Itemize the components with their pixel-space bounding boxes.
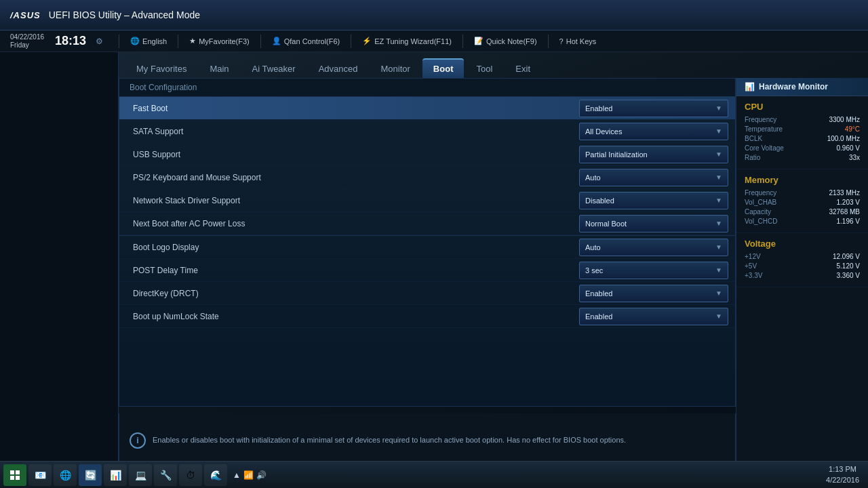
toolbar-ezwizard[interactable]: ⚡ EZ Tuning Wizard(F11) bbox=[357, 35, 457, 47]
ezwizard-label: EZ Tuning Wizard(F11) bbox=[374, 37, 452, 45]
dropdown-network[interactable]: Disabled ▼ bbox=[579, 192, 728, 209]
dropdown-directkey[interactable]: Enabled ▼ bbox=[579, 285, 728, 302]
tab-ai-tweaker[interactable]: Ai Tweaker bbox=[241, 60, 307, 78]
language-icon: 🌐 bbox=[130, 37, 140, 45]
taskbar-app-calc[interactable]: 📊 bbox=[104, 464, 127, 486]
settings-icon: ⚙ bbox=[96, 37, 103, 46]
qfan-icon: 👤 bbox=[272, 37, 281, 45]
setting-value-logo[interactable]: Auto ▼ bbox=[579, 239, 728, 256]
dropdown-usb[interactable]: Partial Initialization ▼ bbox=[579, 146, 728, 163]
tab-main[interactable]: Main bbox=[199, 60, 239, 78]
setting-value-sata[interactable]: All Devices ▼ bbox=[579, 123, 728, 140]
tab-exit[interactable]: Exit bbox=[505, 60, 541, 78]
start-button[interactable] bbox=[3, 464, 26, 486]
setting-name-directkey: DirectKey (DRCT) bbox=[119, 289, 579, 298]
dropdown-logo[interactable]: Auto ▼ bbox=[579, 239, 728, 256]
setting-value-fast-boot[interactable]: Enabled ▼ bbox=[579, 100, 728, 117]
chevron-down-icon: ▼ bbox=[715, 312, 722, 320]
setting-row-logo[interactable]: Boot Logo Display Auto ▼ bbox=[119, 236, 735, 259]
hotkeys-icon: ? bbox=[559, 37, 564, 45]
toolbar-divider-4 bbox=[351, 35, 351, 48]
setting-name-network: Network Stack Driver Support bbox=[119, 196, 579, 205]
taskbar-app-browser[interactable]: 🌐 bbox=[54, 464, 77, 486]
content-area: Boot Configuration Fast Boot Enabled ▼ S… bbox=[119, 78, 736, 407]
quicknote-icon: 📝 bbox=[474, 37, 484, 45]
toolbar-myfavorite[interactable]: ★ MyFavorite(F3) bbox=[184, 35, 255, 47]
tab-advanced[interactable]: Advanced bbox=[308, 60, 369, 78]
tab-favorites[interactable]: My Favorites bbox=[125, 60, 197, 78]
hw-vol-chcd-row: Vol_CHCD 1.196 V bbox=[745, 218, 860, 225]
setting-value-ac-power[interactable]: Normal Boot ▼ bbox=[579, 215, 728, 232]
setting-row-numlock[interactable]: Boot up NumLock State Enabled ▼ bbox=[119, 305, 735, 328]
hw-mem-freq-label: Frequency bbox=[745, 189, 776, 197]
toolbar-divider-3 bbox=[260, 35, 261, 48]
tab-boot[interactable]: Boot bbox=[422, 58, 465, 78]
setting-value-ps2[interactable]: Auto ▼ bbox=[579, 169, 728, 186]
toolbar-divider-5 bbox=[462, 35, 463, 48]
hw-monitor-title: 📊 Hardware Monitor bbox=[736, 78, 868, 96]
header-bar: /ASUS UEFI BIOS Utility – Advanced Mode bbox=[0, 0, 868, 30]
toolbar-language[interactable]: 🌐 English bbox=[125, 35, 172, 47]
setting-value-network[interactable]: Disabled ▼ bbox=[579, 192, 728, 209]
favorite-icon: ★ bbox=[189, 37, 196, 45]
dropdown-ps2[interactable]: Auto ▼ bbox=[579, 169, 728, 186]
taskbar-app-refresh[interactable]: 🔄 bbox=[79, 464, 102, 486]
setting-row-ps2[interactable]: PS/2 Keyboard and Mouse Support Auto ▼ bbox=[119, 166, 735, 189]
dropdown-ac-power-value: Normal Boot bbox=[585, 220, 627, 228]
hw-vol-chab-row: Vol_CHAB 1.203 V bbox=[745, 199, 860, 206]
taskbar-app-terminal[interactable]: 💻 bbox=[129, 464, 152, 486]
dropdown-post-delay-value: 3 sec bbox=[585, 266, 603, 274]
tab-tool[interactable]: Tool bbox=[465, 60, 503, 78]
hw-capacity-value: 32768 MB bbox=[829, 208, 860, 216]
dropdown-numlock[interactable]: Enabled ▼ bbox=[579, 308, 728, 325]
setting-row-sata[interactable]: SATA Support All Devices ▼ bbox=[119, 120, 735, 143]
setting-name-ac-power: Next Boot after AC Power Loss bbox=[119, 219, 579, 228]
chevron-down-icon: ▼ bbox=[715, 289, 722, 297]
ezwizard-icon: ⚡ bbox=[362, 37, 372, 45]
chevron-down-icon: ▼ bbox=[715, 174, 722, 181]
toolbar-quicknote[interactable]: 📝 Quick Note(F9) bbox=[469, 35, 542, 47]
taskbar-app-timer[interactable]: ⏱ bbox=[179, 464, 202, 486]
taskbar-clock[interactable]: 1:13 PM 4/22/2016 bbox=[821, 464, 865, 485]
dropdown-network-value: Disabled bbox=[585, 197, 614, 205]
hw-12v-row: +12V 12.096 V bbox=[745, 253, 860, 260]
setting-row-fast-boot[interactable]: Fast Boot Enabled ▼ bbox=[119, 97, 735, 120]
taskbar-app-email[interactable]: 📧 bbox=[28, 464, 52, 486]
hw-5v-row: +5V 5.120 V bbox=[745, 262, 860, 270]
dropdown-post-delay[interactable]: 3 sec ▼ bbox=[579, 262, 728, 279]
setting-value-usb[interactable]: Partial Initialization ▼ bbox=[579, 146, 728, 163]
setting-row-post-delay[interactable]: POST Delay Time 3 sec ▼ bbox=[119, 259, 735, 282]
hw-voltage-title: Voltage bbox=[745, 239, 860, 249]
info-icon: i bbox=[130, 432, 146, 449]
setting-value-post-delay[interactable]: 3 sec ▼ bbox=[579, 262, 728, 279]
date-text: 04/22/2016 Friday bbox=[10, 33, 44, 49]
dropdown-usb-value: Partial Initialization bbox=[585, 150, 648, 159]
setting-value-numlock[interactable]: Enabled ▼ bbox=[579, 308, 728, 325]
dropdown-ac-power[interactable]: Normal Boot ▼ bbox=[579, 215, 728, 232]
nav-tabs: My Favorites Main Ai Tweaker Advanced Mo… bbox=[119, 52, 868, 78]
hw-cpu-temp-label: Temperature bbox=[745, 125, 783, 133]
hw-bclk-value: 100.0 MHz bbox=[827, 135, 860, 142]
hw-capacity-row: Capacity 32768 MB bbox=[745, 208, 860, 216]
toolbar-qfan[interactable]: 👤 Qfan Control(F6) bbox=[267, 35, 346, 47]
dropdown-sata[interactable]: All Devices ▼ bbox=[579, 123, 728, 140]
hw-cpu-temp-value: 49°C bbox=[845, 125, 860, 133]
tab-monitor[interactable]: Monitor bbox=[370, 60, 421, 78]
time-text: 18:13 bbox=[55, 34, 86, 48]
taskbar-app-network[interactable]: 🌊 bbox=[204, 464, 227, 486]
clock-date: 4/22/2016 bbox=[826, 475, 859, 485]
hw-cpu-section: CPU Frequency 3300 MHz Temperature 49°C … bbox=[736, 96, 868, 169]
dropdown-logo-value: Auto bbox=[585, 243, 601, 251]
dropdown-fast-boot[interactable]: Enabled ▼ bbox=[579, 100, 728, 117]
taskbar-app-tools[interactable]: 🔧 bbox=[154, 464, 177, 486]
setting-row-directkey[interactable]: DirectKey (DRCT) Enabled ▼ bbox=[119, 282, 735, 305]
toolbar-hotkeys[interactable]: ? Hot Keys bbox=[554, 36, 602, 47]
hw-5v-value: 5.120 V bbox=[837, 262, 860, 270]
setting-row-usb[interactable]: USB Support Partial Initialization ▼ bbox=[119, 143, 735, 166]
setting-value-directkey[interactable]: Enabled ▼ bbox=[579, 285, 728, 302]
setting-row-ac-power[interactable]: Next Boot after AC Power Loss Normal Boo… bbox=[119, 212, 735, 235]
hw-cpu-freq-value: 3300 MHz bbox=[829, 116, 860, 123]
hw-cpu-freq-row: Frequency 3300 MHz bbox=[745, 116, 860, 123]
chevron-down-icon: ▼ bbox=[715, 150, 722, 158]
setting-row-network[interactable]: Network Stack Driver Support Disabled ▼ bbox=[119, 189, 735, 212]
